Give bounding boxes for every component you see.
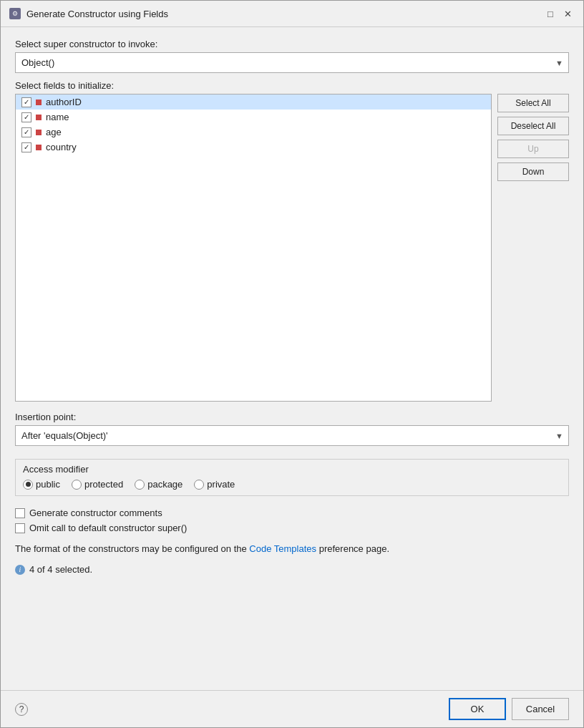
fields-area: authorID name age [15,94,569,402]
deselect-all-button[interactable]: Deselect All [497,117,569,135]
help-button[interactable]: ? [15,703,28,716]
bottom-bar: ? OK Cancel [1,690,583,727]
dialog-title: Generate Constructor using Fields [26,9,168,19]
radio-public-circle[interactable] [23,480,33,490]
title-controls: □ ✕ [543,6,575,21]
radio-protected-circle[interactable] [72,480,82,490]
checkbox-omit-super[interactable]: Omit call to default constructor super() [15,523,569,533]
checkbox-omit-super-square[interactable] [15,523,25,533]
field-dot-age [36,130,42,135]
access-modifier-title: Access modifier [23,464,561,475]
down-button[interactable]: Down [497,162,569,181]
count-text: 4 of 4 selected. [29,564,92,575]
radio-private-label: private [207,479,235,490]
insertion-point-dropdown[interactable]: After 'equals(Object)' [15,425,569,446]
radio-private[interactable]: private [194,479,235,490]
radio-package[interactable]: package [135,479,182,490]
code-templates-link[interactable]: Code Templates [249,543,316,554]
radio-public[interactable]: public [23,479,60,490]
title-bar-left: ⚙ Generate Constructor using Fields [9,8,168,19]
field-checkbox-age[interactable] [21,127,31,137]
minimize-button[interactable]: □ [543,6,558,21]
info-text-suffix: preference page. [319,543,389,554]
super-constructor-section: Select super constructor to invoke: Obje… [15,39,569,73]
info-text-prefix: The format of the constructors may be co… [15,543,247,554]
checkbox-gen-comments[interactable]: Generate constructor comments [15,508,569,518]
radio-package-circle[interactable] [135,480,145,490]
insertion-point-dropdown-container: After 'equals(Object)' ▼ [15,425,569,446]
info-icon: i [15,565,25,575]
field-name-age: age [46,127,62,137]
field-checkbox-name[interactable] [21,112,31,122]
cancel-button[interactable]: Cancel [512,698,569,720]
radio-protected[interactable]: protected [72,479,123,490]
checkboxes-section: Generate constructor comments Omit call … [15,508,569,533]
field-name-country: country [46,142,77,152]
checkbox-gen-comments-label: Generate constructor comments [29,508,162,518]
info-text: The format of the constructors may be co… [15,543,569,554]
dialog-content: Select super constructor to invoke: Obje… [1,27,583,690]
field-name-name: name [46,112,69,122]
fields-buttons: Select All Deselect All Up Down [497,94,569,402]
radio-public-label: public [36,479,60,490]
field-item-authorid[interactable]: authorID [16,94,491,110]
insertion-point-label: Insertion point: [15,412,569,422]
fields-list: authorID name age [15,94,492,402]
field-checkbox-country[interactable] [21,142,31,152]
selected-count-row: i 4 of 4 selected. [15,564,569,575]
field-name-authorid: authorID [46,97,82,107]
radio-package-label: package [147,479,182,490]
title-bar: ⚙ Generate Constructor using Fields □ ✕ [1,1,583,27]
radio-protected-label: protected [84,479,123,490]
ok-cancel-buttons: OK Cancel [449,698,569,720]
super-constructor-dropdown[interactable]: Object() [15,52,569,73]
checkbox-omit-super-label: Omit call to default constructor super() [29,523,187,533]
close-button[interactable]: ✕ [560,6,575,21]
dialog-icon: ⚙ [9,8,21,19]
super-constructor-label: Select super constructor to invoke: [15,39,569,49]
field-dot-name [36,115,42,120]
fields-label: Select fields to initialize: [15,80,569,91]
field-item-age[interactable]: age [16,125,491,140]
generate-constructor-dialog: ⚙ Generate Constructor using Fields □ ✕ … [0,0,584,728]
insertion-point-section: Insertion point: After 'equals(Object)' … [15,412,569,446]
radio-private-circle[interactable] [194,480,204,490]
field-dot-country [36,145,42,150]
access-modifier-group: Access modifier public protected package… [15,459,569,496]
select-all-button[interactable]: Select All [497,94,569,112]
field-item-country[interactable]: country [16,140,491,155]
ok-button[interactable]: OK [449,698,506,720]
radio-group: public protected package private [23,479,561,490]
field-dot-authorid [36,100,42,105]
field-item-name[interactable]: name [16,110,491,125]
checkbox-gen-comments-square[interactable] [15,508,25,518]
up-button[interactable]: Up [497,140,569,158]
super-constructor-dropdown-container: Object() ▼ [15,52,569,73]
field-checkbox-authorid[interactable] [21,97,31,107]
fields-section: Select fields to initialize: authorID na… [15,80,569,402]
